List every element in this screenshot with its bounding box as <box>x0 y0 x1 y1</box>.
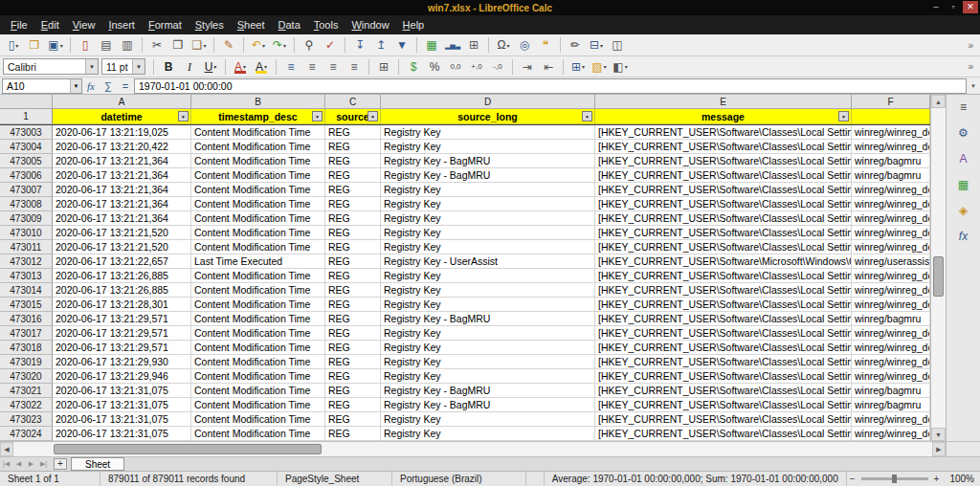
cell[interactable]: [HKEY_CURRENT_USER\Software\Classes\Loca… <box>595 140 852 154</box>
cell[interactable]: winreg/winreg_de <box>852 125 930 140</box>
scroll-up-icon[interactable]: ▲ <box>931 95 946 108</box>
cell[interactable]: 2020-06-17 13:21:31,075 <box>53 412 191 427</box>
row-number[interactable]: 473022 <box>0 398 53 412</box>
zoom-slider[interactable] <box>861 477 928 480</box>
zoom-level[interactable]: 100% <box>942 474 980 484</box>
cell[interactable]: 2020-06-17 13:21:29,571 <box>53 326 191 341</box>
bold-button[interactable]: B <box>159 57 178 76</box>
column-header-D[interactable]: D <box>381 95 595 109</box>
selection-summary[interactable]: Average: 1970-01-01 00:00:00,000; Sum: 1… <box>545 472 847 486</box>
cell[interactable]: winreg/winreg_de <box>852 355 930 369</box>
vertical-scrollbar-track[interactable] <box>931 108 946 428</box>
cell[interactable]: [HKEY_CURRENT_USER\Software\Classes\Loca… <box>595 312 852 326</box>
cut-button[interactable]: ✂ <box>147 36 167 55</box>
sort-ascending-button[interactable]: ↧ <box>350 36 369 55</box>
cell[interactable]: [HKEY_CURRENT_USER\Software\Classes\Loca… <box>595 269 852 283</box>
cell[interactable]: REG <box>325 384 381 398</box>
vertical-scrollbar-thumb[interactable] <box>933 256 944 297</box>
cell[interactable]: [HKEY_CURRENT_USER\Software\Classes\Loca… <box>595 197 852 211</box>
menu-sheet[interactable]: Sheet <box>231 15 272 34</box>
cell[interactable]: [HKEY_CURRENT_USER\Software\Classes\Loca… <box>595 355 852 369</box>
cell[interactable]: REG <box>325 326 381 341</box>
cell[interactable]: REG <box>325 283 381 298</box>
cell[interactable]: [HKEY_CURRENT_USER\Software\Classes\Loca… <box>595 211 852 226</box>
row-number[interactable]: 473016 <box>0 312 53 326</box>
spelling-button[interactable]: ✓ <box>321 36 340 55</box>
menu-format[interactable]: Format <box>142 15 189 34</box>
font-name-combo[interactable]: Calibri ▼ <box>3 58 99 75</box>
cell[interactable]: Content Modification Time <box>191 384 325 398</box>
new-document-button[interactable]: ▯▾ <box>4 36 23 55</box>
cell[interactable]: Registry Key <box>381 355 595 369</box>
last-sheet-icon[interactable]: ▶| <box>37 460 50 468</box>
cell[interactable]: winreg/winreg_de <box>852 341 930 355</box>
cell[interactable]: [HKEY_CURRENT_USER\Software\Classes\Loca… <box>595 168 852 183</box>
open-file-button[interactable]: ❒ <box>25 36 44 55</box>
cell[interactable]: [HKEY_CURRENT_USER\Software\Classes\Loca… <box>595 384 852 398</box>
cell[interactable]: [HKEY_CURRENT_USER\Software\Classes\Loca… <box>595 398 852 412</box>
font-size-combo[interactable]: 11 pt ▼ <box>101 58 145 75</box>
cell[interactable]: REG <box>325 226 381 240</box>
chevron-down-icon[interactable]: ▾ <box>262 42 265 49</box>
format-as-currency-button[interactable]: $ <box>404 57 423 76</box>
cell[interactable]: Registry Key <box>381 298 595 312</box>
cell[interactable]: 2020-06-17 13:21:31,075 <box>53 384 191 398</box>
cell[interactable]: Content Modification Time <box>191 341 325 355</box>
cell[interactable]: [HKEY_CURRENT_USER\Software\Classes\Loca… <box>595 412 852 427</box>
cell[interactable]: Content Modification Time <box>191 298 325 312</box>
cell[interactable]: 2020-06-17 13:21:21,520 <box>53 226 191 240</box>
chevron-down-icon[interactable]: ▾ <box>15 42 18 49</box>
cell[interactable]: winreg/winreg_de <box>852 427 930 441</box>
increase-indent-button[interactable]: ⇥ <box>518 57 537 76</box>
cell[interactable]: REG <box>325 211 381 226</box>
cell[interactable]: winreg/winreg_de <box>852 326 930 341</box>
column-header-C[interactable]: C <box>325 95 381 109</box>
cell[interactable]: REG <box>325 254 381 269</box>
cell[interactable]: Content Modification Time <box>191 355 325 369</box>
cell[interactable]: Registry Key - BagMRU <box>381 384 595 398</box>
row-number[interactable]: 473017 <box>0 326 53 341</box>
close-button[interactable]: ✕ <box>963 1 978 13</box>
row-number[interactable]: 473018 <box>0 341 53 355</box>
cell[interactable]: [HKEY_CURRENT_USER\Software\Classes\Loca… <box>595 154 852 168</box>
menu-tools[interactable]: Tools <box>307 15 345 34</box>
horizontal-scrollbar-thumb[interactable] <box>54 444 322 454</box>
row-number[interactable]: 473023 <box>0 412 53 427</box>
cell[interactable]: Registry Key <box>381 125 595 140</box>
autofilter-dropdown-icon[interactable]: ▼ <box>178 111 189 122</box>
insert-hyperlink-button[interactable]: ◎ <box>515 36 534 55</box>
align-left-button[interactable]: ≡ <box>281 57 301 76</box>
cell[interactable]: Registry Key - BagMRU <box>381 168 595 183</box>
filter-header-timestamp_desc[interactable]: timestamp_desc▼ <box>191 109 325 124</box>
background-color-button[interactable]: ▨▾ <box>590 57 609 76</box>
titlebar[interactable]: win7.xlsx - LibreOffice Calc – ▫ ✕ <box>0 0 980 15</box>
chevron-down-icon[interactable]: ▾ <box>203 42 206 49</box>
cell[interactable]: REG <box>325 125 381 140</box>
filter-header-source[interactable]: source▼ <box>325 109 381 124</box>
zoom-slider-thumb[interactable] <box>892 475 897 483</box>
menu-styles[interactable]: Styles <box>189 15 231 34</box>
undo-button[interactable]: ↶▾ <box>249 36 268 55</box>
row-number[interactable]: 473011 <box>0 240 53 254</box>
decrease-indent-button[interactable]: ⇤ <box>539 57 558 76</box>
cell[interactable]: Content Modification Time <box>191 269 325 283</box>
row-number[interactable]: 1 <box>0 109 53 124</box>
page-style[interactable]: PageStyle_Sheet <box>278 472 392 486</box>
cell[interactable]: Registry Key <box>381 369 595 384</box>
column-header-F[interactable]: F <box>852 95 930 109</box>
filter-header-empty[interactable] <box>852 109 930 124</box>
scroll-down-icon[interactable]: ▼ <box>931 428 946 441</box>
column-header-E[interactable]: E <box>595 95 852 109</box>
autofilter-dropdown-icon[interactable]: ▼ <box>368 111 378 122</box>
chevron-down-icon[interactable]: ▾ <box>604 63 607 70</box>
menu-data[interactable]: Data <box>272 15 307 34</box>
cell[interactable]: Content Modification Time <box>191 283 325 298</box>
merge-cells-button[interactable]: ⊞ <box>374 57 393 76</box>
filter-header-source_long[interactable]: source_long▼ <box>381 109 595 124</box>
next-sheet-icon[interactable]: ▶ <box>25 460 37 468</box>
delete-decimal-place-button[interactable]: -,0 <box>488 57 507 76</box>
justified-button[interactable]: ≡ <box>345 57 364 76</box>
cell[interactable]: REG <box>325 183 381 197</box>
cell[interactable]: 2020-06-17 13:21:21,364 <box>53 154 191 168</box>
cell[interactable]: REG <box>325 154 381 168</box>
